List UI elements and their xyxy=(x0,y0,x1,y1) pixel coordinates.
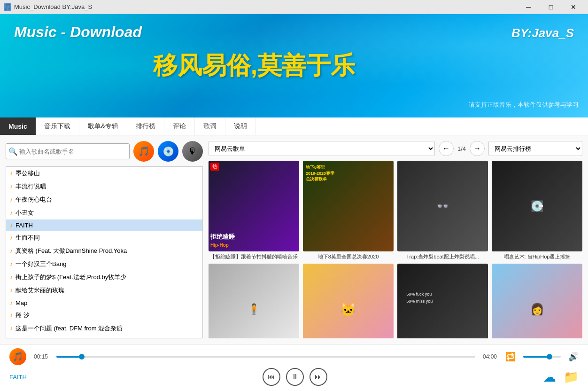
nav-prev-button[interactable]: ← xyxy=(439,141,454,156)
album-thumbnail: 👩 xyxy=(492,264,582,338)
song-note-icon: ♪ xyxy=(10,248,13,254)
album-title: 【拒绝瞌睡】跟着节拍抖腿的嘻哈音乐 xyxy=(209,253,299,260)
song-list-container: ♪墨公移山♪丰流行说唱♪午夜伤心电台♪小丑女♪FAITH♪生而不同♪真资格 (F… xyxy=(6,166,203,338)
titlebar-left: 🎵 Music_Download BY:Java_S xyxy=(4,3,92,11)
song-note-icon: ♪ xyxy=(10,235,13,241)
progress-track[interactable] xyxy=(56,356,475,358)
album-card[interactable]: 50% fuck you50% miss you 『TrapRap』可甜可盐 xyxy=(397,264,488,338)
song-item[interactable]: ♪翔 汐 xyxy=(6,309,202,322)
song-item[interactable]: ♪Map xyxy=(6,297,202,309)
player-bar: 🎵 00:15 04:00 🔁 🔊 FAITH ⏮ ⏸ ⏭ ☁ 📁 xyxy=(0,344,588,391)
right-controls: 网易云歌单 ← 1/4 → 网易云排行榜 xyxy=(209,141,582,156)
song-item[interactable]: ♪午夜伤心电台 xyxy=(6,193,202,206)
song-item[interactable]: ♪墨公移山 xyxy=(6,167,202,180)
song-item[interactable]: ♪献给艾米丽的玫瑰 xyxy=(6,284,202,297)
song-note-icon: ♪ xyxy=(10,274,13,281)
album-card[interactable]: 地下8英里2019-2020赛季总决赛歌单 地下8英里全国总决赛2020 xyxy=(303,161,394,260)
window-title: Music_Download BY:Java_S xyxy=(14,3,92,10)
tab-ranking[interactable]: 排行榜 xyxy=(127,117,164,135)
left-panel: 🔍 🎵 💿 🎙 ♪墨公移山♪丰流行说唱♪午夜伤心电台♪小丑女♪FAITH♪生而不… xyxy=(6,141,203,338)
now-playing-label: FAITH xyxy=(9,374,47,381)
banner-subtitle: 移风易俗,莫善于乐 xyxy=(14,49,494,82)
download-cloud-button[interactable]: ☁ xyxy=(543,369,556,385)
album-title: 地下8英里全国总决赛2020 xyxy=(303,253,394,260)
tab-lyrics[interactable]: 歌词 xyxy=(195,117,225,135)
repeat-button[interactable]: 🔁 xyxy=(505,352,516,362)
maximize-button[interactable]: □ xyxy=(540,0,562,14)
album-thumbnail: 50% fuck you50% miss you xyxy=(397,264,488,338)
album-card[interactable]: 🧍 标【禁 止 收 藏】 xyxy=(209,264,299,338)
album-thumbnail: 👓 xyxy=(397,161,488,251)
tab-comment[interactable]: 评论 xyxy=(164,117,195,135)
app-title: Music - Download xyxy=(14,23,142,41)
album-card[interactable]: 👩 rapper 说情话 xyxy=(492,264,582,338)
song-note-icon: ♪ xyxy=(10,261,13,267)
song-note-icon: ♪ xyxy=(10,325,13,332)
song-item[interactable]: ♪这是一个问题 (feat. DFM from 混合杂质 xyxy=(6,322,202,335)
record-button[interactable]: 🎙 xyxy=(182,141,203,162)
search-input[interactable] xyxy=(6,143,130,159)
album-title: Trap:当炸裂beat配上炸梨说唱... xyxy=(397,253,488,260)
search-area: 🔍 🎵 💿 🎙 xyxy=(6,141,203,162)
progress-thumb[interactable] xyxy=(79,354,85,360)
volume-track[interactable] xyxy=(523,356,561,358)
album-card[interactable]: 👓 Trap:当炸裂beat配上炸梨说唱... xyxy=(397,161,488,260)
ranking-select[interactable]: 网易云排行榜 xyxy=(488,141,582,156)
close-button[interactable]: ✕ xyxy=(563,0,584,14)
tab-info[interactable]: 说明 xyxy=(225,117,256,135)
song-note-icon: ♪ xyxy=(10,222,13,229)
progress-fill xyxy=(56,356,82,358)
song-item[interactable]: ♪街上孩子的梦$ (Feat.法老,Prod.by牧羊少 xyxy=(6,271,202,284)
album-badge: 热 xyxy=(210,163,219,171)
volume-fill xyxy=(523,356,549,358)
song-item[interactable]: ♪生而不同 xyxy=(6,231,202,244)
album-card[interactable]: 💽 唱盘艺术: 当HipHop遇上摇篮 xyxy=(492,161,582,260)
album-card[interactable]: Hip-Hop拒绝瞌睡 热 【拒绝瞌睡】跟着节拍抖腿的嘻哈音乐 xyxy=(209,161,299,260)
album-card[interactable]: 🐱 国一孙策树叶的歌单 xyxy=(303,264,394,338)
titlebar: 🎵 Music_Download BY:Java_S ─ □ ✕ xyxy=(0,0,588,14)
right-panel: 网易云歌单 ← 1/4 → 网易云排行榜 Hip-Hop拒绝瞌睡 热 【拒绝瞌睡… xyxy=(209,141,582,338)
player-controls-row: FAITH ⏮ ⏸ ⏭ ☁ 📁 xyxy=(9,368,579,386)
song-item[interactable]: ♪一个好汉三个Bang xyxy=(6,258,202,271)
nav-next-button[interactable]: → xyxy=(470,141,485,156)
song-note-icon: ♪ xyxy=(10,312,13,319)
volume-icon[interactable]: 🔊 xyxy=(568,352,579,362)
song-note-icon: ♪ xyxy=(10,287,13,294)
song-note-icon: ♪ xyxy=(10,196,13,203)
cd-button[interactable]: 🎵 xyxy=(133,141,154,162)
tab-music[interactable]: Music xyxy=(0,117,36,135)
player-disc-icon: 🎵 xyxy=(9,348,26,365)
main-content: 🔍 🎵 💿 🎙 ♪墨公移山♪丰流行说唱♪午夜伤心电台♪小丑女♪FAITH♪生而不… xyxy=(0,135,588,344)
minimize-button[interactable]: ─ xyxy=(518,0,539,14)
tab-bar: Music 音乐下载 歌单&专辑 排行榜 评论 歌词 说明 xyxy=(0,117,588,135)
app-icon: 🎵 xyxy=(4,3,11,11)
album-grid: Hip-Hop拒绝瞌睡 热 【拒绝瞌睡】跟着节拍抖腿的嘻哈音乐 地下8英里201… xyxy=(209,161,582,338)
prev-button[interactable]: ⏮ xyxy=(263,368,280,386)
tab-playlist[interactable]: 歌单&专辑 xyxy=(79,117,127,135)
album-thumbnail: 地下8英里2019-2020赛季总决赛歌单 xyxy=(303,161,394,251)
song-note-icon: ♪ xyxy=(10,183,13,190)
song-note-icon: ♪ xyxy=(10,210,13,216)
horizontal-scrollbar[interactable] xyxy=(6,338,202,338)
page-indicator: 1/4 xyxy=(457,145,466,152)
album-thumbnail: 💽 xyxy=(492,161,582,251)
next-button[interactable]: ⏭ xyxy=(309,368,327,386)
pause-button[interactable]: ⏸ xyxy=(286,368,304,386)
right-player-buttons: ☁ 📁 xyxy=(543,369,579,385)
song-list[interactable]: ♪墨公移山♪丰流行说唱♪午夜伤心电台♪小丑女♪FAITH♪生而不同♪真资格 (F… xyxy=(6,167,202,338)
titlebar-controls: ─ □ ✕ xyxy=(518,0,584,14)
song-item[interactable]: ♪真资格 (Feat. 大傲DamnShine Prod.Yoka xyxy=(6,244,202,258)
album-thumbnail: Hip-Hop拒绝瞌睡 热 xyxy=(209,161,299,251)
playlist-select[interactable]: 网易云歌单 xyxy=(209,141,435,156)
song-item[interactable]: ♪小丑女 xyxy=(6,206,202,219)
song-item[interactable]: ♪FAITH xyxy=(6,219,202,231)
song-note-icon: ♪ xyxy=(10,300,13,306)
search-icon: 🔍 xyxy=(8,147,18,156)
song-item[interactable]: ♪丰流行说唱 xyxy=(6,180,202,193)
banner-notice: 请支持正版音乐，本软件仅供参考与学习 xyxy=(469,101,579,109)
folder-button[interactable]: 📁 xyxy=(564,369,579,385)
tab-download[interactable]: 音乐下载 xyxy=(36,117,79,135)
player-progress-row: 🎵 00:15 04:00 🔁 🔊 xyxy=(9,348,579,365)
volume-thumb[interactable] xyxy=(547,354,552,360)
disc-button[interactable]: 💿 xyxy=(158,141,178,162)
